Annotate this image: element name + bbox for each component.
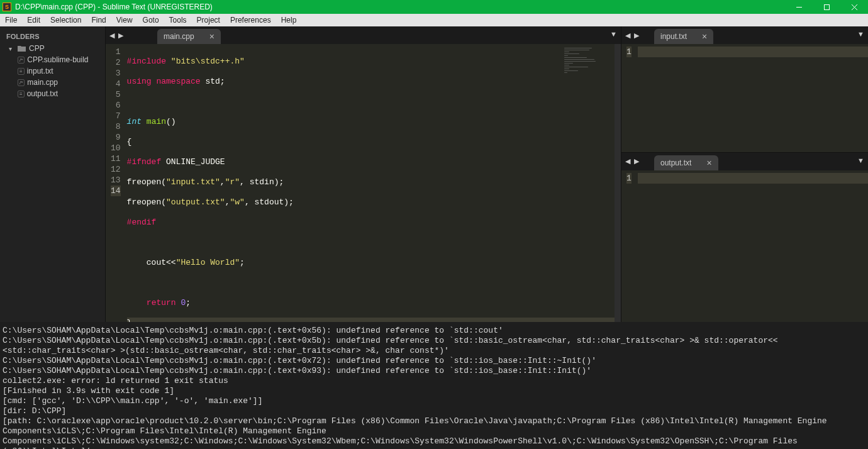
tab-strip: ◀ ▶ main.cpp × ▼	[106, 26, 621, 44]
nav-forward-icon[interactable]: ▶	[117, 31, 125, 40]
editor-group-right-bottom: ◀ ▶ output.txt × ▼ 1	[621, 153, 868, 322]
sidebar: FOLDERS ▾ CPP /* CPP.sublime-build ≡ inp…	[0, 26, 106, 322]
minimize-button[interactable]	[785, 0, 813, 14]
nav-back-icon[interactable]: ◀	[624, 157, 632, 165]
code-area[interactable]	[638, 44, 868, 152]
menu-tools[interactable]: Tools	[164, 14, 192, 26]
window-controls	[785, 0, 868, 14]
tree-file-label: output.txt	[27, 89, 58, 98]
tree-folder-root[interactable]: ▾ CPP	[6, 43, 105, 54]
scrollbar-vertical[interactable]	[615, 44, 621, 322]
editor-input-txt[interactable]: 1	[621, 44, 868, 152]
gutter: 1 2 3 4 5 6 7 8 9 10 11 12 13 14	[106, 44, 127, 322]
minimap[interactable]	[564, 48, 615, 73]
tab-overflow-icon[interactable]: ▼	[857, 157, 864, 164]
tab-overflow-icon[interactable]: ▼	[857, 30, 864, 38]
file-icon: /*	[18, 57, 25, 64]
code-area[interactable]	[638, 170, 868, 322]
build-output-panel[interactable]: C:\Users\SOHAM\AppData\Local\Temp\ccbsMv…	[0, 322, 868, 449]
editor-main-cpp[interactable]: 1 2 3 4 5 6 7 8 9 10 11 12 13 14 #includ…	[106, 44, 621, 322]
editor-group-right: ◀ ▶ input.txt × ▼ 1	[621, 26, 868, 322]
code-area[interactable]: #include "bits\stdc++.h" using namespace…	[127, 44, 621, 322]
menu-file[interactable]: File	[0, 14, 22, 26]
menu-find[interactable]: Find	[86, 14, 111, 26]
nav-forward-icon[interactable]: ▶	[633, 31, 640, 40]
folder-tree: ▾ CPP /* CPP.sublime-build ≡ input.txt /…	[0, 43, 105, 99]
window-title: D:\CPP\main.cpp (CPP) - Sublime Text (UN…	[15, 3, 785, 11]
tab-strip: ◀ ▶ input.txt × ▼	[621, 26, 868, 44]
folder-icon	[16, 45, 26, 52]
tab-overflow-icon[interactable]: ▼	[610, 30, 617, 38]
tree-file[interactable]: ≡ output.txt	[6, 88, 105, 99]
tab-label: input.txt	[660, 32, 687, 41]
svg-rect-1	[824, 4, 829, 9]
tree-file[interactable]: /* CPP.sublime-build	[6, 54, 105, 65]
tab-strip: ◀ ▶ output.txt × ▼	[621, 153, 868, 170]
tab-nav: ◀ ▶	[108, 26, 125, 44]
nav-back-icon[interactable]: ◀	[624, 31, 632, 40]
tab-nav: ◀ ▶	[624, 153, 640, 170]
tab-output-txt[interactable]: output.txt ×	[654, 155, 718, 170]
menu-selection[interactable]: Selection	[45, 14, 86, 26]
editor-group-right-top: ◀ ▶ input.txt × ▼ 1	[621, 26, 868, 153]
editor-groups: ◀ ▶ main.cpp × ▼ 1 2 3 4 5 6 7 8	[106, 26, 868, 322]
editor-output-txt[interactable]: 1	[621, 170, 868, 322]
nav-forward-icon[interactable]: ▶	[633, 157, 640, 165]
tree-file-label: main.cpp	[27, 78, 58, 87]
tab-label: main.cpp	[164, 32, 194, 41]
close-window-button[interactable]	[840, 0, 868, 14]
title-bar: S D:\CPP\main.cpp (CPP) - Sublime Text (…	[0, 0, 868, 14]
menu-bar: File Edit Selection Find View Goto Tools…	[0, 14, 868, 26]
tree-file-label: CPP.sublime-build	[27, 55, 88, 64]
gutter: 1	[621, 170, 638, 322]
tab-nav: ◀ ▶	[624, 26, 640, 44]
file-icon: ≡	[18, 68, 25, 75]
file-icon: ≡	[18, 91, 25, 97]
tree-file[interactable]: ≡ input.txt	[6, 65, 105, 77]
menu-view[interactable]: View	[111, 14, 138, 26]
file-icon: /*	[18, 79, 25, 86]
gutter: 1	[621, 44, 638, 152]
tab-input-txt[interactable]: input.txt ×	[654, 29, 713, 44]
tree-file-label: input.txt	[27, 67, 53, 75]
nav-back-icon[interactable]: ◀	[108, 31, 116, 40]
editor-group-left: ◀ ▶ main.cpp × ▼ 1 2 3 4 5 6 7 8	[106, 26, 621, 322]
menu-edit[interactable]: Edit	[22, 14, 45, 26]
menu-project[interactable]: Project	[192, 14, 225, 26]
menu-goto[interactable]: Goto	[138, 14, 164, 26]
maximize-button[interactable]	[813, 0, 840, 14]
close-icon[interactable]: ×	[706, 158, 711, 168]
tree-file[interactable]: /* main.cpp	[6, 77, 105, 88]
app-icon: S	[3, 3, 11, 11]
menu-preferences[interactable]: Preferences	[225, 14, 276, 26]
main-row: FOLDERS ▾ CPP /* CPP.sublime-build ≡ inp…	[0, 26, 868, 322]
close-icon[interactable]: ×	[209, 31, 214, 42]
tree-folder-label: CPP	[29, 44, 45, 53]
tab-main-cpp[interactable]: main.cpp ×	[157, 29, 221, 44]
tab-label: output.txt	[660, 158, 691, 167]
menu-help[interactable]: Help	[276, 14, 302, 26]
chevron-down-icon: ▾	[9, 45, 15, 52]
sidebar-header: FOLDERS	[0, 30, 105, 43]
close-icon[interactable]: ×	[702, 31, 707, 42]
